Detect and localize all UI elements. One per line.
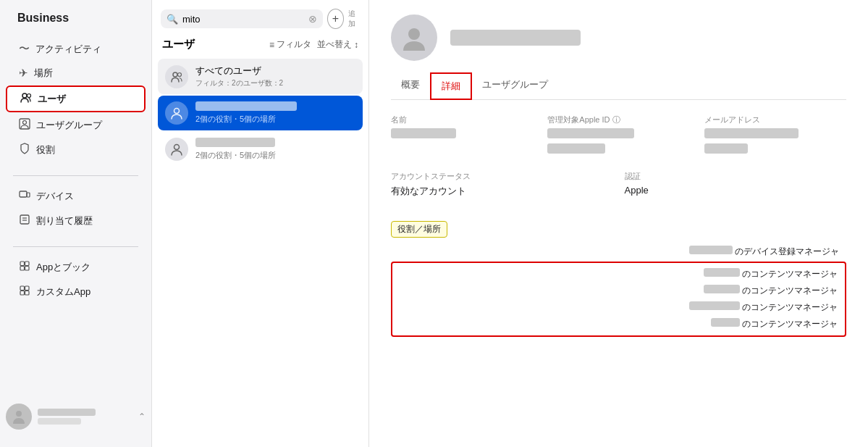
svg-rect-12: [25, 267, 30, 271]
user-1-name: [195, 138, 276, 149]
sidebar-bottom-user[interactable]: ⌃: [0, 398, 151, 435]
search-input[interactable]: [182, 14, 304, 25]
sidebar-item-apps-books[interactable]: Appとブック: [6, 255, 146, 279]
sidebar-section-apps: Appとブック カスタムApp: [0, 254, 151, 304]
auth-label: 認証: [625, 171, 847, 182]
user-item-0[interactable]: 2個の役割・5個の場所: [158, 96, 363, 130]
sidebar-item-label: カスタムApp: [36, 285, 90, 298]
user-list-actions: ≡ フィルタ 並べ替え ↕: [269, 38, 358, 51]
svg-rect-11: [20, 267, 25, 271]
roles-row-3-role: のコンテンツマネージャ: [742, 301, 838, 314]
svg-rect-10: [25, 262, 30, 266]
roles-row-2-role: のコンテンツマネージャ: [742, 285, 838, 297]
assign-history-icon: [19, 214, 30, 227]
apps-books-icon: [19, 260, 30, 274]
sidebar-item-devices[interactable]: デバイス: [6, 184, 146, 208]
search-bar: 🔍 ⊗ + 追加: [152, 0, 368, 35]
sort-icon: ↕: [354, 40, 358, 50]
svg-point-1: [28, 94, 31, 98]
roles-table: のコンテンツマネージャ のコンテンツマネージャ のコンテンツマネージャ のコンテ…: [391, 262, 846, 337]
activity-icon: 〜: [19, 42, 30, 56]
roles-row-3: のコンテンツマネージャ: [392, 299, 845, 316]
status-section: アカウントステータス 有効なアカウント 認証 Apple: [391, 171, 846, 198]
all-users-info: すべてのユーザ フィルタ：2のユーザ数：2: [195, 64, 283, 88]
svg-point-22: [408, 28, 420, 40]
all-users-name: すべてのユーザ: [195, 64, 283, 78]
sidebar-divider-2: [13, 246, 138, 247]
all-users-icon-wrap: [165, 65, 188, 88]
sidebar-item-label: 場所: [34, 67, 53, 80]
svg-point-20: [174, 109, 180, 114]
sidebar-item-roles[interactable]: 役割: [6, 138, 146, 162]
sidebar-item-user-groups[interactable]: ユーザグループ: [6, 113, 146, 137]
sidebar-bottom-avatar: [6, 404, 32, 430]
detail-tabs: 概要 詳細 ユーザグループ: [391, 72, 846, 100]
sidebar-item-label: アクティビティ: [35, 43, 101, 56]
detail-name-blurred: [450, 30, 581, 46]
detail-fields: 名前 管理対象Apple ID ⓘ メールアドレス: [391, 114, 846, 154]
add-icon: +: [332, 12, 339, 25]
sort-action[interactable]: 並べ替え ↕: [317, 38, 358, 51]
custom-app-icon: [19, 285, 30, 298]
field-group-account-status: アカウントステータス 有効なアカウント: [391, 171, 613, 198]
sidebar-item-activity[interactable]: 〜 アクティビティ: [6, 37, 146, 61]
sidebar-item-users[interactable]: ユーザ: [6, 85, 146, 112]
roles-row-4-role: のコンテンツマネージャ: [742, 318, 838, 330]
svg-point-18: [173, 72, 177, 77]
filter-action[interactable]: ≡ フィルタ: [269, 38, 311, 51]
svg-rect-15: [20, 291, 25, 296]
app-logo-text: Business: [17, 12, 69, 25]
tab-user-groups[interactable]: ユーザグループ: [472, 72, 558, 100]
sidebar-item-location[interactable]: ✈ 場所: [6, 62, 146, 85]
svg-rect-13: [20, 286, 25, 291]
search-clear-icon[interactable]: ⊗: [308, 13, 317, 25]
all-users-item[interactable]: すべてのユーザ フィルタ：2のユーザ数：2: [158, 59, 363, 94]
user-1-info: 2個の役割・5個の場所: [195, 138, 276, 161]
user-list-scroll: すべてのユーザ フィルタ：2のユーザ数：2 2個の役割・5個の場所: [152, 56, 368, 447]
all-users-sub: フィルタ：2のユーザ数：2: [195, 78, 283, 88]
field-group-apple-id: 管理対象Apple ID ⓘ: [547, 114, 689, 154]
tab-overview[interactable]: 概要: [391, 72, 430, 100]
roles-row-1-role: のコンテンツマネージャ: [742, 268, 838, 280]
user-groups-icon: [19, 118, 30, 132]
sidebar-section-devices: デバイス 割り当て履歴: [0, 183, 151, 233]
sidebar-bottom-info: [38, 409, 132, 425]
sidebar-item-label: 役割: [36, 143, 55, 156]
search-icon: 🔍: [167, 14, 178, 25]
devices-icon: [19, 189, 30, 203]
svg-point-21: [174, 145, 180, 150]
roles-row-outside: のデバイス登録マネージャ: [391, 243, 846, 260]
apple-id-value-blurred2: [547, 143, 605, 154]
svg-rect-5: [27, 193, 30, 197]
field-group-auth: 認証 Apple: [625, 171, 847, 198]
user-list-panel: 🔍 ⊗ + 追加 ユーザ ≡ フィルタ 並べ替え ↕: [152, 0, 369, 447]
app-logo: Business: [0, 12, 151, 36]
sidebar-item-custom-app[interactable]: カスタムApp: [6, 280, 146, 304]
sidebar-item-assign-history[interactable]: 割り当て履歴: [6, 209, 146, 233]
account-status-value: 有効なアカウント: [391, 185, 613, 198]
email-value-blurred2: [704, 143, 748, 154]
sidebar: Business 〜 アクティビティ ✈ 場所 ユーザ: [0, 0, 152, 447]
account-status-label: アカウントステータス: [391, 171, 613, 182]
email-value-blurred: [704, 128, 799, 138]
name-value-blurred: [391, 128, 456, 138]
location-icon: ✈: [19, 67, 28, 80]
user-0-info: 2個の役割・5個の場所: [195, 101, 297, 125]
user-item-1[interactable]: 2個の役割・5個の場所: [158, 132, 363, 167]
user-0-name: [195, 101, 297, 113]
sidebar-item-label: デバイス: [36, 190, 74, 203]
add-label: 追加: [348, 9, 360, 29]
auth-value: Apple: [625, 185, 847, 196]
apple-id-field-label: 管理対象Apple ID ⓘ: [547, 114, 689, 125]
search-input-wrap[interactable]: 🔍 ⊗: [161, 9, 323, 28]
detail-avatar: [391, 14, 437, 61]
filter-icon: ≡: [269, 40, 274, 50]
sort-label: 並べ替え: [317, 38, 352, 51]
field-group-email: メールアドレス: [704, 114, 846, 154]
svg-point-3: [23, 121, 27, 125]
add-user-button[interactable]: +: [327, 9, 344, 29]
svg-rect-4: [20, 191, 27, 197]
tab-details[interactable]: 詳細: [430, 72, 472, 100]
filter-label: フィルタ: [277, 38, 311, 51]
detail-header: [391, 14, 846, 61]
